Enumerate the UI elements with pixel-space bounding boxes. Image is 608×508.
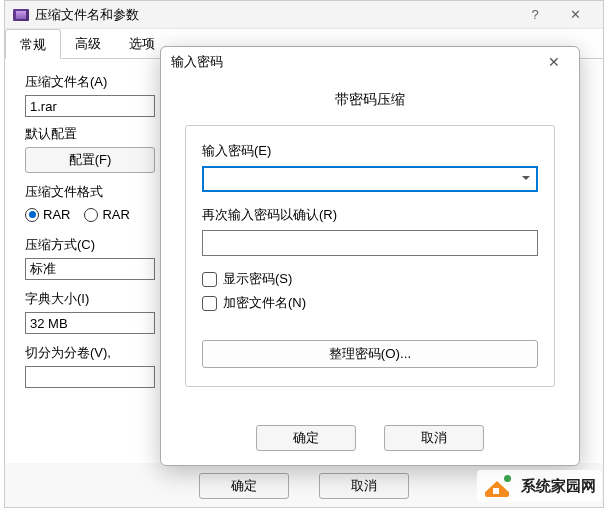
profile-button[interactable]: 配置(F) [25, 147, 155, 173]
format-rar4-option[interactable]: RAR [84, 207, 129, 222]
checkbox-icon [202, 296, 217, 311]
split-input[interactable] [25, 366, 155, 388]
tab-general[interactable]: 常规 [5, 29, 61, 59]
pw-close-button[interactable]: ✕ [539, 54, 569, 70]
password-input[interactable] [202, 166, 538, 192]
radio-icon [84, 208, 98, 222]
encrypt-names-checkbox[interactable]: 加密文件名(N) [202, 294, 538, 312]
pw-titlebar: 输入密码 ✕ [161, 47, 579, 77]
method-combo[interactable]: 标准 [25, 258, 155, 280]
pw-fieldset: 输入密码(E) 再次输入密码以确认(R) 显示密码(S) 加密文件名(N) 整理… [185, 125, 555, 387]
show-password-label: 显示密码(S) [223, 270, 292, 288]
tab-advanced[interactable]: 高级 [61, 29, 115, 58]
pw-button-row: 确定 取消 [161, 413, 579, 465]
dict-combo[interactable]: 32 MB [25, 312, 155, 334]
show-password-checkbox[interactable]: 显示密码(S) [202, 270, 538, 288]
main-close-button[interactable]: ✕ [555, 7, 595, 22]
watermark-logo-icon [483, 473, 513, 499]
filename-input[interactable] [25, 95, 155, 117]
encrypt-names-label: 加密文件名(N) [223, 294, 306, 312]
organize-passwords-button[interactable]: 整理密码(O)... [202, 340, 538, 368]
main-titlebar: 压缩文件名和参数 ? ✕ [5, 1, 603, 29]
format-rar-option[interactable]: RAR [25, 207, 70, 222]
format-rar-label: RAR [43, 207, 70, 222]
password-confirm-input[interactable] [202, 230, 538, 256]
password-dialog: 输入密码 ✕ 带密码压缩 输入密码(E) 再次输入密码以确认(R) 显示密码(S… [160, 46, 580, 466]
main-title: 压缩文件名和参数 [35, 6, 515, 24]
pw-ok-button[interactable]: 确定 [256, 425, 356, 451]
pw-dialog-title: 输入密码 [171, 53, 539, 71]
watermark: 系统家园网 [477, 470, 602, 502]
help-button[interactable]: ? [515, 7, 555, 22]
pw-enter-label: 输入密码(E) [202, 142, 538, 160]
pw-confirm-label: 再次输入密码以确认(R) [202, 206, 538, 224]
radio-icon [25, 208, 39, 222]
method-value: 标准 [30, 260, 56, 278]
winrar-icon [13, 9, 29, 21]
format-rar4-label: RAR [102, 207, 129, 222]
pw-body: 带密码压缩 输入密码(E) 再次输入密码以确认(R) 显示密码(S) 加密文件名… [161, 77, 579, 413]
pw-cancel-button[interactable]: 取消 [384, 425, 484, 451]
pw-header: 带密码压缩 [185, 85, 555, 125]
checkbox-icon [202, 272, 217, 287]
watermark-text: 系统家园网 [521, 477, 596, 496]
main-cancel-button[interactable]: 取消 [319, 473, 409, 499]
main-ok-button[interactable]: 确定 [199, 473, 289, 499]
dict-value: 32 MB [30, 316, 68, 331]
